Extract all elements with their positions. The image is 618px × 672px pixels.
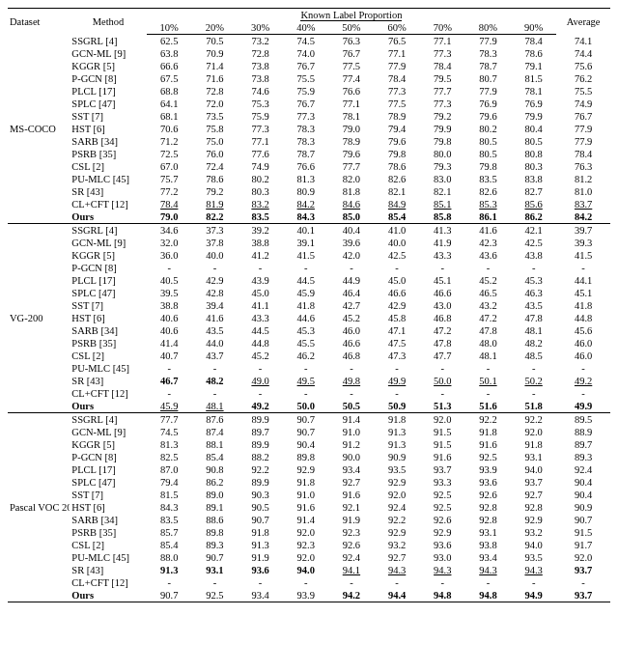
value-cell: 91.2 <box>328 438 374 451</box>
value-cell: 82.5 <box>147 451 192 463</box>
value-cell: 89.9 <box>238 438 283 451</box>
value-cell: 93.2 <box>511 526 556 539</box>
method-cell: PSRB [35] <box>70 526 146 539</box>
value-cell: 93.1 <box>192 564 238 576</box>
value-cell: 79.0 <box>328 123 374 135</box>
avg-cell: 90.9 <box>556 501 610 514</box>
value-cell: 75.3 <box>238 98 283 110</box>
value-cell: - <box>375 262 420 274</box>
value-cell: - <box>465 576 511 589</box>
value-cell: 78.6 <box>511 47 556 60</box>
avg-cell: 90.4 <box>556 489 610 501</box>
table-row: P-GCN [8]82.585.488.289.890.090.991.692.… <box>8 451 610 463</box>
method-cell: PLCL [17] <box>70 463 146 476</box>
value-cell: 40.5 <box>147 274 192 287</box>
value-cell: 92.2 <box>511 413 556 427</box>
value-cell: 72.8 <box>238 47 283 60</box>
method-cell: SPLC [47] <box>70 287 146 299</box>
value-cell: 78.1 <box>328 110 374 123</box>
hdr-prop: 20% <box>192 21 238 35</box>
table-row: SST [7]81.589.090.391.091.692.092.592.69… <box>8 489 610 501</box>
avg-cell: 93.7 <box>556 589 610 602</box>
value-cell: 76.9 <box>511 98 556 110</box>
table-row: PLCL [17]87.090.892.292.993.493.593.793.… <box>8 463 610 476</box>
value-cell: 46.5 <box>465 287 511 299</box>
value-cell: 92.5 <box>420 501 465 514</box>
value-cell: 88.2 <box>238 451 283 463</box>
value-cell: 41.9 <box>420 237 465 249</box>
method-cell: PU-MLC [45] <box>70 362 146 375</box>
value-cell: 91.8 <box>511 438 556 451</box>
value-cell: 85.1 <box>420 198 465 210</box>
value-cell: 92.2 <box>465 413 511 427</box>
value-cell: 80.0 <box>420 148 465 160</box>
value-cell: 80.3 <box>511 160 556 173</box>
value-cell: 86.1 <box>465 210 511 224</box>
table-row: SR [43]46.748.249.049.549.849.950.050.15… <box>8 375 610 387</box>
value-cell: 40.7 <box>147 350 192 362</box>
value-cell: 77.3 <box>238 123 283 135</box>
value-cell: 94.8 <box>465 589 511 602</box>
value-cell: - <box>420 362 465 375</box>
hdr-prop: 70% <box>420 21 465 35</box>
value-cell: 39.4 <box>192 299 238 312</box>
value-cell: 92.3 <box>283 539 328 551</box>
value-cell: - <box>511 362 556 375</box>
method-cell: KGGR [5] <box>70 60 146 72</box>
value-cell: - <box>283 387 328 400</box>
value-cell: 39.5 <box>147 287 192 299</box>
table-row: GCN-ML [9]63.870.972.874.076.777.177.378… <box>8 47 610 60</box>
value-cell: 73.5 <box>192 110 238 123</box>
value-cell: 93.2 <box>375 539 420 551</box>
value-cell: 84.3 <box>283 210 328 224</box>
value-cell: 93.4 <box>328 463 374 476</box>
value-cell: 40.4 <box>328 224 374 238</box>
value-cell: - <box>375 362 420 375</box>
value-cell: 72.0 <box>192 98 238 110</box>
value-cell: 46.3 <box>511 287 556 299</box>
value-cell: 84.2 <box>283 198 328 210</box>
value-cell: 41.4 <box>147 337 192 350</box>
value-cell: 90.7 <box>283 426 328 438</box>
value-cell: 90.7 <box>192 551 238 564</box>
value-cell: 71.6 <box>192 72 238 85</box>
value-cell: 48.2 <box>192 375 238 387</box>
value-cell: 91.9 <box>328 514 374 526</box>
value-cell: 77.1 <box>375 47 420 60</box>
value-cell: 77.5 <box>328 60 374 72</box>
value-cell: 40.0 <box>375 237 420 249</box>
value-cell: 50.5 <box>328 400 374 413</box>
value-cell: 45.2 <box>328 312 374 324</box>
value-cell: 78.3 <box>283 135 328 148</box>
table-row: GCN-ML [9]74.587.489.790.791.091.391.591… <box>8 426 610 438</box>
value-cell: 92.9 <box>420 526 465 539</box>
value-cell: 46.6 <box>328 337 374 350</box>
value-cell: 91.6 <box>328 489 374 501</box>
value-cell: 92.0 <box>375 489 420 501</box>
value-cell: 92.5 <box>192 589 238 602</box>
value-cell: 78.6 <box>192 173 238 185</box>
hdr-prop: 50% <box>328 21 374 35</box>
value-cell: 37.8 <box>192 237 238 249</box>
value-cell: 38.8 <box>238 237 283 249</box>
value-cell: 90.0 <box>328 451 374 463</box>
value-cell: 91.9 <box>238 551 283 564</box>
value-cell: 42.8 <box>192 287 238 299</box>
value-cell: 88.0 <box>147 551 192 564</box>
method-cell: P-GCN [8] <box>70 72 146 85</box>
value-cell: 77.2 <box>147 185 192 198</box>
method-cell: GCN-ML [9] <box>70 237 146 249</box>
value-cell: 43.3 <box>238 312 283 324</box>
value-cell: 47.5 <box>375 337 420 350</box>
value-cell: - <box>420 387 465 400</box>
value-cell: 92.5 <box>465 451 511 463</box>
value-cell: 74.6 <box>238 85 283 98</box>
avg-cell: 74.4 <box>556 47 610 60</box>
value-cell: 48.1 <box>465 350 511 362</box>
value-cell: 85.4 <box>147 539 192 551</box>
table-header: Dataset Method Known Label Proportion Av… <box>8 9 610 35</box>
method-cell: SST [7] <box>70 110 146 123</box>
value-cell: 93.4 <box>465 551 511 564</box>
value-cell: 82.1 <box>420 185 465 198</box>
value-cell: 92.6 <box>465 489 511 501</box>
